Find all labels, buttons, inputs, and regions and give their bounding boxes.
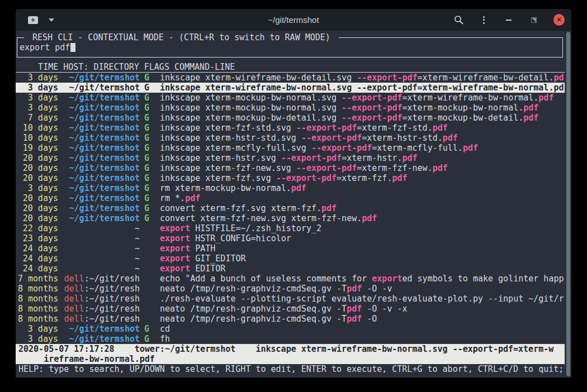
row-flags: G	[140, 143, 157, 153]
row-time: 3 days	[18, 73, 58, 83]
row-time: 7 months	[18, 274, 58, 284]
match-highlight: pdf	[362, 213, 377, 223]
row-time: 23 days	[18, 233, 58, 243]
match-highlight: pdf	[443, 133, 458, 143]
command-text: =xterm-hstr-std.	[362, 133, 443, 143]
close-button[interactable]: ✕	[553, 15, 565, 26]
kebab-menu-icon	[483, 16, 485, 24]
match-highlight: pdf	[185, 193, 200, 203]
row-host-directory: ~	[58, 264, 140, 274]
row-command: export PATH	[157, 243, 565, 254]
row-directory: ~	[135, 223, 140, 233]
history-row[interactable]: 20 days~/git/termshotGinkscape xterm-fzf…	[16, 173, 565, 183]
row-time: 19 days	[18, 143, 58, 153]
history-row[interactable]: 20 days~/git/termshotGconvert xterm-fzf.…	[16, 203, 565, 213]
command-text: inkscape xterm-fzf-std.svg	[160, 123, 296, 133]
history-row[interactable]: 3 days~/git/termshotGinkscape xterm-mock…	[16, 103, 565, 113]
tab-dropdown-button[interactable]	[48, 15, 55, 26]
history-row[interactable]: 8 monthsdell:~/git/reshneato /tmp/resh-g…	[16, 304, 565, 314]
row-command: ./resh-evaluate --plotting-script evalua…	[157, 294, 565, 304]
history-row[interactable]: 20 days~/git/termshotGconvert xterm-fzf-…	[16, 213, 565, 223]
history-row[interactable]: 10 days~/git/termshotGinkscape xterm-fzf…	[16, 123, 565, 133]
search-box[interactable]: RESH CLI - CONTEXTUAL MODE - (CTRL+R to …	[17, 37, 563, 58]
match-highlight: pdf	[291, 183, 306, 193]
match-highlight: --export-pdf	[342, 113, 402, 123]
history-row[interactable]: 20 days~/git/termshotGinkscape xterm-fzf…	[16, 163, 565, 173]
row-host-directory: dell:~/git/resh	[58, 304, 140, 314]
row-host-directory: ~/git/termshot	[58, 193, 140, 203]
history-row[interactable]: 8 monthsdell:~/git/reshneato /tmp/resh-g…	[16, 284, 565, 294]
history-row[interactable]: 20 days~/git/termshotGinkscape xterm-hst…	[16, 153, 565, 163]
row-flags: G	[140, 193, 157, 203]
row-directory: :~/git/resh	[84, 314, 140, 324]
minimize-button[interactable]	[503, 15, 514, 26]
command-text: rm *.	[160, 193, 185, 203]
match-highlight: pdf	[347, 284, 362, 294]
history-row[interactable]: 23 days~export HSTR_CONFIG=hicolor	[16, 233, 565, 243]
history-row[interactable]: 20 days~/git/termshotGrm *.pdf	[16, 193, 565, 203]
row-host-directory: dell:~/git/resh	[58, 284, 140, 294]
chevron-down-icon	[49, 18, 54, 22]
row-time: 7 days	[18, 113, 58, 123]
history-row[interactable]: 22 days~export HISTFILE=~/.zsh_history_2	[16, 223, 565, 233]
history-row[interactable]: 7 days~/git/termshotGinkscape xterm-mock…	[16, 113, 565, 123]
new-tab-button[interactable]: +	[27, 15, 39, 25]
menu-button[interactable]	[478, 15, 489, 26]
row-host-directory: ~/git/termshot	[58, 324, 140, 334]
row-command: fh	[157, 334, 565, 344]
match-highlight: pd	[553, 73, 564, 83]
row-host-directory: ~/git/termshot	[58, 103, 140, 113]
restore-button[interactable]	[528, 15, 539, 26]
command-text: HSTR_CONFIG=hicolor	[190, 233, 291, 243]
row-time: 3 days	[18, 334, 58, 344]
row-time: 10 days	[18, 133, 58, 143]
row-host-directory: ~/git/termshot	[58, 143, 140, 153]
history-row[interactable]: 3 days~/git/termshotGrm xterm-mockup-bw-…	[16, 183, 565, 193]
history-row[interactable]: 7 monthsdell:~/git/reshecho "Add a bunch…	[16, 274, 565, 284]
scrollbar-thumb[interactable]	[566, 32, 570, 376]
match-highlight: pdf	[433, 163, 448, 173]
history-row[interactable]: 24 days~export GIT_EDITOR	[16, 254, 565, 264]
history-row[interactable]: 24 days~export EDITOR	[16, 264, 565, 274]
row-time: 20 days	[18, 193, 58, 203]
search-button[interactable]	[453, 15, 464, 26]
row-command: convert xterm-fzf-new.svg xterm-fzf-new.…	[157, 213, 565, 223]
history-row[interactable]: 24 days~export PATH	[16, 243, 565, 254]
row-directory: ~	[135, 264, 140, 274]
history-row[interactable]: 8 monthsdell:~/git/reshneato /tmp/resh-g…	[16, 314, 565, 324]
match-highlight: export	[160, 243, 190, 254]
row-host-directory: ~/git/termshot	[58, 123, 140, 133]
history-row[interactable]: 10 days~/git/termshotGinkscape xterm-hst…	[16, 133, 565, 143]
row-directory: ~/git/termshot	[69, 213, 140, 223]
row-command: inkscape xterm-hstr-std.svg --export-pdf…	[157, 133, 565, 143]
history-row[interactable]: 3 days~/git/termshotGfh	[16, 334, 565, 344]
history-row[interactable]: 3 days~/git/termshotGinkscape xterm-mock…	[16, 93, 565, 103]
history-row-selected[interactable]: 3 days~/git/termshotGinkscape xterm-wire…	[16, 83, 565, 93]
history-row[interactable]: 3 days~/git/termshotGcd	[16, 324, 565, 334]
row-command: cd	[157, 324, 565, 334]
match-highlight: export	[160, 264, 190, 274]
row-host-directory: ~/git/termshot	[58, 93, 140, 103]
row-directory: ~/git/termshot	[69, 73, 140, 83]
match-highlight: --export-pdf	[296, 163, 357, 173]
row-host-directory: ~	[58, 233, 140, 243]
command-text: ./resh-evaluate --plotting-script evalua…	[160, 294, 564, 304]
row-flags	[140, 304, 157, 314]
scrollbar[interactable]	[565, 31, 571, 377]
row-directory: ~/git/termshot	[69, 123, 140, 133]
command-text: ed symbols to make golinter happ	[402, 274, 564, 284]
row-host: dell	[64, 294, 84, 304]
row-time: 3 days	[18, 324, 58, 334]
row-command: inkscape xterm-wireframe-bw-normal.svg -…	[157, 83, 565, 93]
history-row[interactable]: 8 monthsdell:~/git/resh./resh-evaluate -…	[16, 294, 565, 304]
history-row[interactable]: 3 days~/git/termshotGinkscape xterm-wire…	[16, 73, 565, 83]
row-host-directory: ~	[58, 243, 140, 254]
match-highlight: --export-pdf	[276, 173, 337, 183]
row-time: 20 days	[18, 163, 58, 173]
match-highlight: pdf	[523, 103, 538, 113]
row-time: 24 days	[18, 254, 58, 264]
command-text: inkscape xterm-wireframe-bw-normal.svg	[160, 83, 357, 93]
history-row[interactable]: 19 days~/git/termshotGinkscape xterm-mcf…	[16, 143, 565, 153]
search-input[interactable]: export pdf	[17, 42, 75, 52]
row-host-directory: ~	[58, 254, 140, 264]
